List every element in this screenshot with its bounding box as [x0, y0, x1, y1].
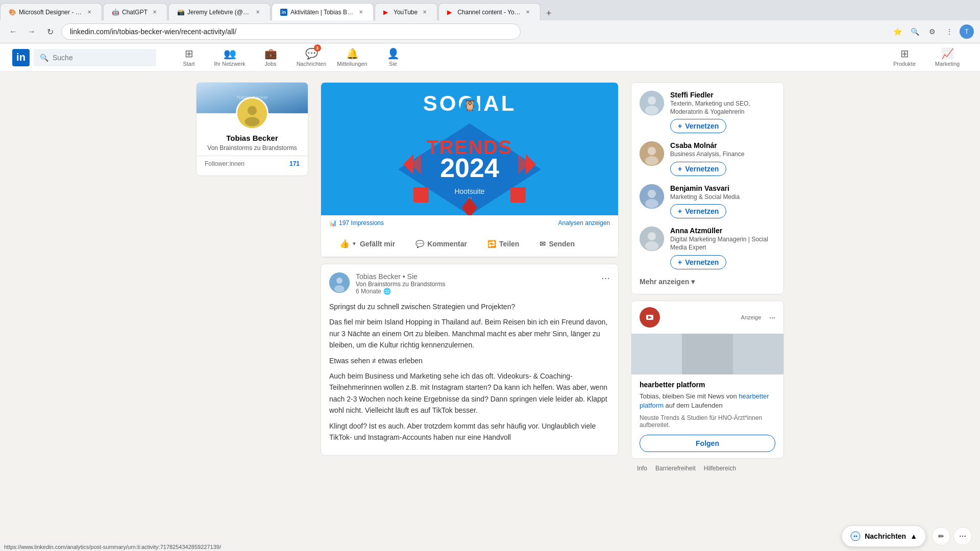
ad-image-3: [733, 334, 783, 374]
address-bar[interactable]: linkedin.com/in/tobias-becker-wien/recen…: [61, 23, 521, 40]
post-author-info: Tobias Becker • Sie Von Brainstorms zu B…: [356, 272, 595, 295]
post-actions: 👍 ▼ Gefällt mir 💬 Kommentar 🔁 Teilen: [321, 231, 618, 257]
ad-more-icon[interactable]: ···: [769, 313, 775, 321]
tab-label-3: Jeremy Lefebvre (@financiale...: [187, 9, 251, 16]
nav-item-products[interactable]: ⊞ Produkte: [884, 43, 925, 72]
show-more-button[interactable]: Mehr anzeigen ▾: [640, 278, 775, 286]
tab-close-5[interactable]: ✕: [421, 8, 429, 16]
extension-icon[interactable]: ⚙: [925, 24, 939, 39]
footer-help[interactable]: Hilfebereich: [704, 465, 736, 472]
profile-avatar[interactable]: [236, 97, 268, 130]
more-options-icon[interactable]: ⋯: [953, 527, 972, 545]
me-icon: 👤: [387, 47, 400, 60]
connect-btn-4[interactable]: + Vernetzen: [670, 255, 726, 269]
connect-btn-3[interactable]: + Vernetzen: [670, 204, 726, 218]
send-button[interactable]: ✉ Senden: [529, 234, 585, 254]
follow-button[interactable]: Folgen: [640, 435, 775, 452]
svg-point-35: [645, 241, 658, 251]
browser-profile[interactable]: T: [960, 24, 974, 39]
nachrichten-button[interactable]: Nachrichten ▲: [842, 525, 926, 547]
like-icon: 👍: [339, 239, 350, 248]
post-line-4: Auch beim Business und Marketing sehe ic…: [329, 370, 610, 416]
person-item-3: Benjamin Vasvari Marketing & Social Medi…: [640, 184, 775, 219]
footer-accessibility[interactable]: Barrierefreiheit: [655, 465, 696, 472]
connect-btn-2[interactable]: + Vernetzen: [670, 162, 726, 176]
new-tab-button[interactable]: +: [542, 6, 556, 20]
person-name-3[interactable]: Benjamin Vasvari: [670, 184, 775, 192]
tab-microsoft-designer[interactable]: 🎨 Microsoft Designer - Stunning ✕: [0, 3, 102, 20]
post-company: Von Brainstorms zu Brandstorms: [356, 281, 595, 288]
status-bar: https://www.linkedin.com/analytics/post-…: [0, 543, 225, 551]
post-menu-button[interactable]: ···: [601, 272, 610, 283]
person-name-4[interactable]: Anna Atzmüller: [670, 227, 775, 235]
tab-youtube-studio[interactable]: ▶ Channel content - YouTube Stu... ✕: [438, 3, 541, 20]
post-author-name[interactable]: Tobias Becker • Sie: [356, 272, 595, 281]
share-button[interactable]: 🔁 Teilen: [477, 234, 529, 254]
svg-point-25: [648, 96, 656, 105]
tab-linkedin[interactable]: in Aktivitäten | Tobias Becker | Lin... …: [272, 3, 374, 20]
tab-close-4[interactable]: ✕: [357, 8, 365, 16]
nav-right: ⊞ Produkte 📈 Marketing: [884, 43, 968, 72]
person-avatar-4: [640, 227, 664, 251]
connect-btn-1[interactable]: + Vernetzen: [670, 119, 726, 133]
footer-info[interactable]: Info: [637, 465, 647, 472]
post-stats: 📊 197 Impressions Analysen anzeigen: [321, 215, 618, 231]
expand-icon: ▲: [910, 532, 917, 540]
tab-label-6: Channel content - YouTube Stu...: [457, 9, 521, 16]
nav-label-messages: Nachrichten: [297, 61, 327, 67]
back-button[interactable]: ←: [6, 24, 20, 39]
nav-item-me[interactable]: 👤 Sie: [373, 43, 413, 72]
main-content: Tobias Becker Tobias Becker Von Brainsto…: [184, 72, 796, 488]
tab-close-2[interactable]: ✕: [151, 8, 159, 16]
edit-message-icon[interactable]: ✏: [932, 527, 950, 545]
profile-card: Tobias Becker Tobias Becker Von Brainsto…: [196, 82, 308, 176]
post-line-2: Das fiel mir beim Island Hopping in Thai…: [329, 316, 610, 350]
followers-count[interactable]: 171: [289, 160, 300, 167]
post-header: Tobias Becker • Sie Von Brainstorms zu B…: [329, 272, 610, 295]
nav-item-jobs[interactable]: 💼 Jobs: [250, 43, 291, 72]
post-card-1: SOCIAL 🦉 TRENDS 2024: [321, 82, 619, 258]
nav-items: ⊞ Start 👥 Ihr Netzwerk 💼 Jobs 💬3 Nachric…: [168, 43, 413, 72]
linkedin-logo[interactable]: in: [12, 49, 30, 66]
post-text: Springst du zu schnell zwischen Strategi…: [329, 301, 610, 443]
zoom-icon[interactable]: 🔍: [908, 24, 922, 39]
menu-icon[interactable]: ⋮: [942, 24, 957, 39]
svg-point-23: [334, 285, 345, 292]
person-info-3: Benjamin Vasvari Marketing & Social Medi…: [670, 184, 775, 219]
search-box[interactable]: 🔍: [34, 49, 156, 66]
tab-label-2: ChatGPT: [122, 9, 148, 16]
products-icon: ⊞: [900, 47, 909, 60]
person-name-1[interactable]: Steffi Fiedler: [670, 91, 775, 99]
reload-button[interactable]: ↻: [43, 24, 57, 39]
analyse-link[interactable]: Analysen anzeigen: [558, 219, 610, 227]
nav-item-network[interactable]: 👥 Ihr Netzwerk: [209, 43, 250, 72]
reaction-emoji: ▼: [352, 241, 357, 246]
search-input[interactable]: [53, 54, 150, 62]
post-author-avatar[interactable]: [329, 272, 350, 293]
person-info-1: Steffi Fiedler Texterin, Marketing und S…: [670, 91, 775, 133]
person-name-2[interactable]: Csaba Molnár: [670, 141, 775, 149]
svg-point-28: [648, 147, 656, 155]
tab-close-1[interactable]: ✕: [85, 8, 93, 16]
tab-close-6[interactable]: ✕: [524, 8, 532, 16]
tab-youtube[interactable]: ▶ YouTube ✕: [375, 3, 437, 20]
comment-button[interactable]: 💬 Kommentar: [405, 234, 477, 254]
tab-close-3[interactable]: ✕: [254, 8, 262, 16]
like-button[interactable]: 👍 ▼ Gefällt mir: [329, 233, 405, 255]
nav-item-start[interactable]: ⊞ Start: [168, 43, 209, 72]
nav-item-notifications[interactable]: 🔔 Mitteilungen: [332, 43, 373, 72]
svg-point-31: [648, 190, 656, 198]
notifications-icon: 🔔: [346, 47, 359, 60]
profile-name[interactable]: Tobias Becker: [197, 134, 308, 142]
tab-chatgpt[interactable]: 🤖 ChatGPT ✕: [103, 3, 167, 20]
impressions-link[interactable]: 📊 197 Impressions: [329, 219, 384, 227]
nav-label-jobs: Jobs: [264, 61, 276, 67]
nav-label-start: Start: [183, 61, 194, 67]
tab-jeremy[interactable]: 📸 Jeremy Lefebvre (@financiale... ✕: [168, 3, 271, 20]
followers-label: Follower:innen: [205, 160, 244, 167]
forward-button[interactable]: →: [24, 24, 39, 39]
bookmark-icon[interactable]: ⭐: [890, 24, 904, 39]
nav-item-messages[interactable]: 💬3 Nachrichten: [291, 43, 332, 72]
people-card: Steffi Fiedler Texterin, Marketing und S…: [631, 82, 784, 294]
nav-item-marketing[interactable]: 📈 Marketing: [927, 43, 968, 72]
